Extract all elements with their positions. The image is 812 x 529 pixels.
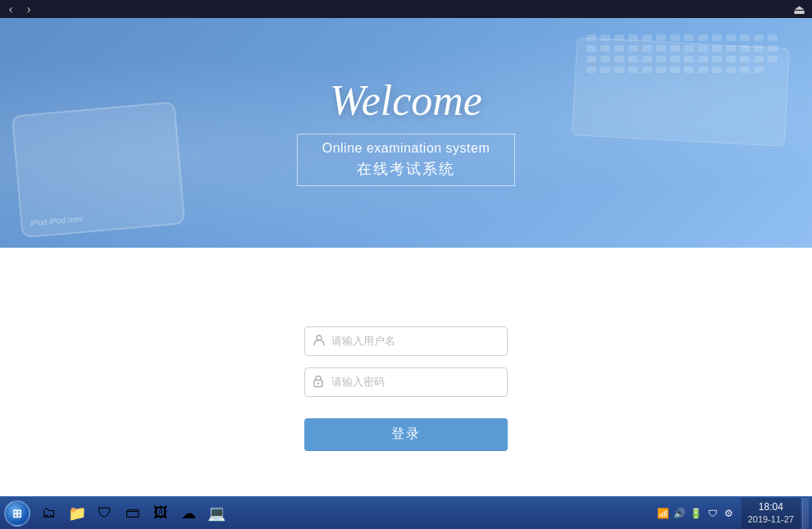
start-button[interactable]: ⊞ — [2, 498, 33, 529]
taskbar: ⊞ 🗂 📁 🛡 🗃 🖼 ☁ 💻 📶 🔊 🔋 🛡 ⚙ 18:04 2019-11-… — [0, 496, 812, 529]
tray-icon-battery[interactable]: 🔋 — [689, 506, 704, 521]
title-bar: ‹ › ⏏ — [0, 0, 812, 18]
username-group — [304, 326, 508, 356]
taskbar-icon-cloud[interactable]: ☁ — [176, 500, 202, 527]
device-left-decoration — [11, 102, 185, 239]
taskbar-icon-archive[interactable]: 🗃 — [120, 500, 146, 527]
start-orb-icon: ⊞ — [12, 507, 22, 520]
taskbar-icons: 🗂 📁 🛡 🗃 🖼 ☁ 💻 — [36, 500, 230, 527]
tray-icon-settings[interactable]: ⚙ — [722, 506, 737, 521]
taskbar-icon-files[interactable]: 🗂 — [36, 500, 62, 527]
taskbar-right: 📶 🔊 🔋 🛡 ⚙ 18:04 2019-11-27 — [653, 497, 812, 529]
back-button[interactable]: ‹ — [5, 3, 16, 15]
tray-icon-sound[interactable]: 🔊 — [673, 506, 687, 521]
forward-button[interactable]: › — [23, 3, 34, 15]
clock-time: 18:04 — [759, 501, 783, 514]
tray-icon-security[interactable]: 🛡 — [705, 506, 720, 521]
title-box: Online examination system 在线考试系统 — [297, 134, 516, 186]
clock-date: 2019-11-27 — [748, 513, 794, 525]
system-tray: 📶 🔊 🔋 🛡 ⚙ — [653, 506, 740, 521]
password-input[interactable] — [304, 367, 508, 397]
clock[interactable]: 18:04 2019-11-27 — [741, 498, 801, 529]
login-button[interactable]: 登录 — [304, 418, 508, 451]
hero-banner: Welcome Online examination system 在线考试系统 — [0, 18, 812, 248]
title-bar-right: ⏏ — [791, 1, 807, 17]
login-section: 登录 — [0, 248, 812, 529]
taskbar-icon-photo[interactable]: 🖼 — [148, 500, 174, 527]
device-right-decoration — [572, 37, 790, 146]
title-bar-left: ‹ › — [5, 3, 34, 15]
hero-content: Welcome Online examination system 在线考试系统 — [297, 80, 516, 186]
tray-icon-network[interactable]: 📶 — [656, 506, 671, 521]
taskbar-icon-folder[interactable]: 📁 — [64, 500, 90, 527]
taskbar-icon-shield[interactable]: 🛡 — [92, 500, 118, 527]
password-group — [304, 367, 508, 397]
title-en: Online examination system — [322, 141, 490, 156]
show-desktop-button[interactable] — [802, 498, 809, 529]
start-orb: ⊞ — [4, 500, 30, 527]
taskbar-icon-computer[interactable]: 💻 — [203, 500, 230, 527]
title-zh: 在线考试系统 — [322, 159, 490, 179]
username-input[interactable] — [304, 326, 508, 356]
welcome-heading: Welcome — [297, 80, 516, 122]
close-button[interactable]: ⏏ — [791, 1, 807, 17]
